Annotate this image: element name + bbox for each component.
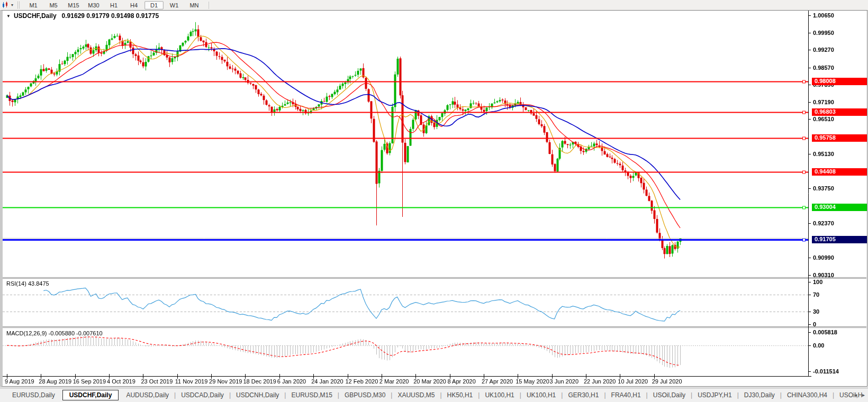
timeframe-button-m1[interactable]: M1 [24, 1, 43, 10]
price-tick-label: 0.99270 [813, 47, 834, 53]
price-tick-label: 0.90310 [813, 272, 834, 278]
chart-tab-bar: EURUSD,DailyUSDCHF,DailyAUDUSD,Daily|USD… [0, 388, 868, 402]
chart-tab-gbpusd-m30[interactable]: GBPUSD,M30 [340, 390, 390, 400]
date-tick-label: 12 Feb 2020 [346, 378, 378, 385]
price-tick-label: 1.00650 [813, 12, 834, 19]
rsi-indicator-label: RSI(14) 43.8475 [6, 280, 49, 287]
chart-tab-usdjpy-h1[interactable]: USDJPY,H1 [693, 390, 736, 400]
price-tick-label: 0.97190 [813, 99, 834, 105]
timeframe-button-h4[interactable]: H4 [124, 1, 143, 10]
date-tick-label: 22 Jun 2020 [584, 378, 616, 385]
rsi-tick-label: 0 [813, 321, 816, 327]
macd-indicator-label: MACD(12,26,9) -0.005880 -0.007610 [6, 330, 103, 336]
date-tick-label: 3 Jun 2020 [550, 378, 578, 385]
rsi-tick-label: 70 [813, 291, 819, 298]
chart-type-icon[interactable]: ▾ [0, 1, 15, 10]
macd-tick-label: -0.011514 [813, 368, 839, 374]
chart-tab-dj30-daily[interactable]: DJ30,Daily [739, 390, 780, 400]
date-tick-label: 8 Apr 2020 [448, 378, 476, 385]
chart-tab-usoil-daily[interactable]: USOil,Daily [648, 390, 690, 400]
chart-tab-eurusd-m15[interactable]: EURUSD,M15 [286, 390, 337, 400]
price-tick-label: 0.98570 [813, 65, 834, 71]
timeframe-button-mn[interactable]: MN [185, 1, 204, 10]
price-tick-label: 0.93750 [813, 185, 834, 191]
toolbar: ▾ M1M5M15M30H1H4D1W1MN [0, 0, 868, 11]
chart-tab-uk100-h1[interactable]: UK100,H1 [480, 390, 519, 400]
chart-tab-ger30-h1[interactable]: GER30,H1 [563, 390, 603, 400]
timeframe-toolbar: M1M5M15M30H1H4D1W1MN [23, 1, 204, 10]
date-tick-label: 18 Dec 2019 [243, 378, 276, 385]
chart-tab-audusd-daily[interactable]: AUDUSD,Daily [121, 390, 174, 400]
chart-tab-eurusd-daily[interactable]: EURUSD,Daily [7, 390, 60, 400]
date-tick-label: 6 Jan 2020 [277, 378, 306, 385]
chart-canvas[interactable] [3, 11, 866, 386]
chart-tab-usdchf-daily[interactable]: USDCHF,Daily [62, 390, 119, 400]
rsi-tick-label: 100 [813, 279, 822, 285]
tab-scroll-arrows: ◂ ▸ [851, 392, 865, 398]
price-level-badge: 0.94408 [812, 168, 867, 176]
toolbar-separator [209, 2, 209, 9]
chart-tab-usdcnh-daily[interactable]: USDCNH,Daily [231, 390, 284, 400]
price-tick-label: 0.90990 [813, 254, 834, 261]
timeframe-button-m30[interactable]: M30 [84, 1, 103, 10]
price-tick-label: 0.99950 [813, 30, 834, 36]
chart-tab-hk50-h1[interactable]: HK50,H1 [442, 390, 478, 400]
chart-ohlc-values: 0.91629 0.91779 0.91498 0.91775 [62, 12, 159, 20]
timeframe-button-m5[interactable]: M5 [44, 1, 63, 10]
price-level-badge: 0.93004 [812, 204, 867, 211]
timeframe-button-m15[interactable]: M15 [64, 1, 83, 10]
date-tick-label: 24 Jan 2020 [311, 378, 343, 385]
price-level-badge: 0.98008 [812, 78, 867, 85]
chart-tab-china300-h4[interactable]: CHINA300,H4 [782, 390, 832, 400]
date-tick-label: 9 Aug 2019 [5, 378, 34, 385]
rsi-tick-label: 30 [813, 308, 819, 315]
date-tick-label: 11 Nov 2019 [175, 378, 208, 385]
date-tick-label: 15 May 2020 [516, 378, 549, 385]
timeframe-button-w1[interactable]: W1 [165, 1, 184, 10]
macd-tick-label: 0.00 [813, 342, 824, 349]
dropdown-caret-icon: ▾ [11, 3, 13, 7]
timeframe-button-h1[interactable]: H1 [104, 1, 123, 10]
tab-scroll-left-icon[interactable]: ◂ [854, 392, 857, 398]
date-tick-label: 2 Mar 2020 [379, 378, 409, 385]
macd-tick-label: 0.005818 [813, 329, 837, 335]
price-tick-label: 0.95130 [813, 151, 834, 157]
price-level-badge: 0.96803 [812, 108, 867, 116]
toolbar-grip[interactable] [17, 2, 20, 8]
chart-tab-fra40-h1[interactable]: FRA40,H1 [607, 390, 646, 400]
chart-title: ▼USDCHF,Daily0.91629 0.91779 0.91498 0.9… [6, 12, 159, 20]
chart-window: ▼USDCHF,Daily0.91629 0.91779 0.91498 0.9… [0, 10, 867, 387]
date-tick-label: 16 Sep 2019 [73, 378, 106, 385]
chart-symbol-label: USDCHF,Daily [14, 12, 57, 20]
candlestick-glyph [2, 2, 10, 8]
date-tick-label: 4 Oct 2019 [107, 378, 135, 385]
date-tick-label: 27 Apr 2020 [482, 378, 513, 385]
date-tick-label: 29 Nov 2019 [209, 378, 242, 385]
price-level-badge: 0.91705 [812, 236, 867, 243]
date-tick-label: 23 Oct 2019 [141, 378, 173, 385]
tab-scroll-right-icon[interactable]: ▸ [862, 392, 865, 398]
date-tick-label: 28 Aug 2019 [39, 378, 71, 385]
chart-tab-xauusd-m5[interactable]: XAUUSD,M5 [393, 390, 439, 400]
date-tick-label: 20 Mar 2020 [413, 378, 446, 385]
date-tick-label: 29 Jul 2020 [652, 378, 682, 385]
collapse-chart-icon[interactable]: ▼ [6, 14, 11, 19]
price-tick-label: 0.96510 [813, 116, 834, 122]
chart-tab-uk100-h1[interactable]: UK100,H1 [522, 390, 560, 400]
price-level-badge: 0.95758 [812, 134, 867, 142]
timeframe-button-d1[interactable]: D1 [144, 1, 164, 10]
price-tick-label: 0.92370 [813, 220, 834, 226]
chart-tab-usdcad-daily[interactable]: USDCAD,Daily [176, 390, 229, 400]
date-tick-label: 10 Jul 2020 [618, 378, 648, 385]
